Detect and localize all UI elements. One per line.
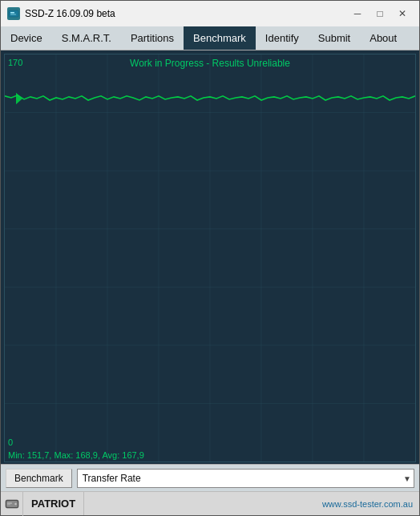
menu-item-benchmark[interactable]: Benchmark: [184, 26, 256, 50]
chart-y-min: 0: [8, 437, 13, 447]
status-drive-name: PATRIOT: [23, 492, 84, 515]
transfer-rate-select[interactable]: Transfer Rate Sequential Read Sequential…: [77, 469, 414, 488]
status-bar: PATRIOT www.ssd-tester.com.au: [1, 491, 419, 515]
main-content: 170 Work in Progress - Results Unreliabl…: [1, 50, 419, 491]
menu-item-device[interactable]: Device: [1, 26, 52, 50]
svg-rect-2: [10, 14, 16, 15]
chart-title: Work in Progress - Results Unreliable: [130, 58, 290, 69]
menu-item-submit[interactable]: Submit: [309, 26, 360, 50]
menu-item-partitions[interactable]: Partitions: [121, 26, 184, 50]
menu-item-about[interactable]: About: [360, 26, 406, 50]
svg-point-20: [14, 503, 16, 505]
benchmark-button[interactable]: Benchmark: [6, 469, 72, 488]
menu-item-identify[interactable]: Identify: [256, 26, 309, 50]
menu-bar: Device S.M.A.R.T. Partitions Benchmark I…: [1, 26, 419, 50]
main-window: SSD-Z 16.09.09 beta ─ □ ✕ Device S.M.A.R…: [0, 0, 420, 516]
title-bar: SSD-Z 16.09.09 beta ─ □ ✕: [1, 1, 419, 26]
app-icon: [7, 7, 20, 20]
close-button[interactable]: ✕: [392, 5, 413, 22]
transfer-rate-select-wrapper: Transfer Rate Sequential Read Sequential…: [77, 469, 414, 488]
svg-rect-1: [10, 12, 14, 14]
svg-marker-16: [16, 93, 22, 105]
minimize-button[interactable]: ─: [347, 5, 368, 22]
svg-rect-21: [7, 502, 12, 503]
chart-area: 170 Work in Progress - Results Unreliabl…: [4, 54, 416, 462]
maximize-button[interactable]: □: [370, 5, 390, 22]
chart-svg: [5, 54, 415, 462]
status-drive-icon: [1, 492, 23, 516]
bottom-controls: Benchmark Transfer Rate Sequential Read …: [1, 464, 419, 491]
window-title: SSD-Z 16.09.09 beta: [25, 8, 347, 19]
svg-rect-22: [7, 504, 10, 505]
chart-stats: Min: 151,7, Max: 168,9, Avg: 167,9: [8, 450, 144, 460]
drive-icon: [5, 497, 19, 511]
svg-rect-0: [9, 10, 18, 17]
menu-item-smart[interactable]: S.M.A.R.T.: [52, 26, 121, 50]
window-controls: ─ □ ✕: [347, 5, 413, 22]
status-url: www.ssd-tester.com.au: [316, 499, 419, 509]
